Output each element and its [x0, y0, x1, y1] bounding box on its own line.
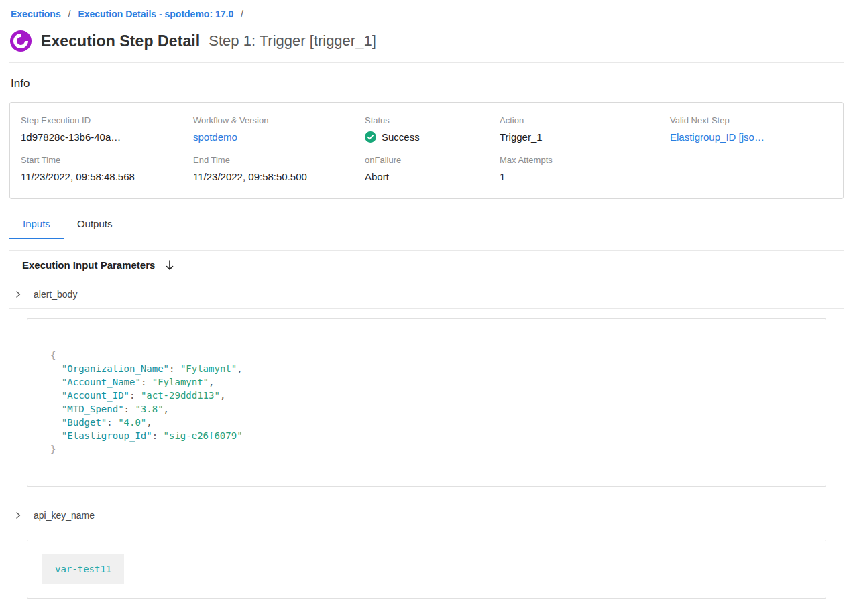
- page-header: Execution Step Detail Step 1: Trigger [t…: [9, 26, 844, 62]
- info-field-status: StatusSuccess: [365, 115, 500, 143]
- param-content-alert-body: { "Organization_Name": "Fylamynt", "Acco…: [27, 318, 826, 487]
- breadcrumb-separator: /: [241, 9, 243, 19]
- json-token: "Organization_Name": [62, 363, 169, 374]
- info-field-action: ActionTrigger_1: [500, 115, 670, 143]
- status-badge: Success: [365, 131, 500, 143]
- page-title: Execution Step Detail: [41, 32, 200, 50]
- param-item-api-key-value: api_key_value: [9, 613, 844, 616]
- json-token: "MTD_Spend": [62, 404, 124, 414]
- json-token: }: [50, 444, 56, 454]
- json-token: :: [152, 430, 164, 441]
- json-viewer: { "Organization_Name": "Fylamynt", "Acco…: [50, 349, 803, 456]
- info-field-label: Step Execution ID: [21, 115, 193, 125]
- param-item-api-key-name: api_key_namevar-test11: [9, 501, 844, 613]
- page-subtitle: Step 1: Trigger [trigger_1]: [209, 32, 376, 50]
- chevron-right-icon: [14, 290, 22, 298]
- param-value-chip: var-test11: [42, 554, 124, 584]
- info-field-value-link[interactable]: Elastigroup_ID [jso…: [670, 131, 764, 143]
- info-field-label: Status: [365, 115, 500, 125]
- info-field-label: Valid Next Step: [670, 115, 832, 125]
- info-field-valid-next-step: Valid Next StepElastigroup_ID [jso…: [670, 115, 832, 143]
- fylamynt-logo-icon: [9, 29, 32, 52]
- breadcrumb-separator: /: [68, 9, 71, 19]
- param-item-alert-body: alert_body{ "Organization_Name": "Fylamy…: [9, 280, 844, 501]
- status-text: Success: [382, 131, 420, 143]
- info-field-value: 1d97828c-13b6-40a…: [21, 131, 193, 143]
- info-field-end-time: End Time11/23/2022, 09:58:50.500: [193, 155, 365, 182]
- tab-outputs[interactable]: Outputs: [64, 211, 126, 239]
- json-token: "Fylamynt": [180, 363, 237, 374]
- parameters-list: alert_body{ "Organization_Name": "Fylamy…: [9, 280, 844, 616]
- info-field-value: Trigger_1: [500, 131, 670, 143]
- arrow-down-icon[interactable]: [165, 260, 174, 271]
- param-toggle-api-key-name[interactable]: api_key_name: [9, 501, 844, 530]
- json-token: :: [169, 363, 180, 374]
- info-grid: Step Execution ID1d97828c-13b6-40a…Workf…: [21, 115, 832, 182]
- json-token: ,: [164, 404, 169, 414]
- param-toggle-alert-body[interactable]: alert_body: [9, 280, 844, 309]
- json-token: :: [107, 417, 118, 428]
- breadcrumb-link-execution-details[interactable]: Execution Details - spotdemo: 17.0: [78, 9, 233, 19]
- tab-inputs[interactable]: Inputs: [9, 211, 64, 239]
- json-token: :: [129, 390, 141, 401]
- info-field-label: Max Attempts: [500, 155, 670, 165]
- json-token: "Fylamynt": [152, 377, 209, 387]
- info-field-value: 11/23/2022, 09:58:50.500: [193, 171, 365, 182]
- info-section-title: Info: [9, 63, 844, 102]
- params-header: Execution Input Parameters: [9, 250, 844, 280]
- params-title-text: Execution Input Parameters: [22, 259, 155, 271]
- info-field-label: Start Time: [21, 155, 193, 165]
- execution-step-detail-page: Executions / Execution Details - spotdem…: [0, 0, 853, 616]
- json-token: :: [124, 404, 135, 414]
- info-field-max-attempts: Max Attempts1: [500, 155, 670, 182]
- info-field-label: End Time: [193, 155, 365, 165]
- info-field-label: Action: [500, 115, 670, 125]
- json-token: ,: [220, 390, 225, 401]
- json-token: ,: [146, 417, 152, 428]
- info-field-label: onFailure: [365, 155, 500, 165]
- info-field-value: 11/23/2022, 09:58:48.568: [21, 171, 193, 182]
- info-field-workflow-version: Workflow & Versionspotdemo: [193, 115, 365, 143]
- info-field-value: 1: [500, 171, 670, 182]
- info-field-value: Abort: [365, 171, 500, 182]
- json-token: {: [50, 350, 56, 361]
- param-toggle-api-key-value[interactable]: api_key_value: [9, 613, 844, 616]
- json-token: "Account_ID": [62, 390, 129, 401]
- json-token: "sig-e26f6079": [164, 430, 243, 441]
- json-token: ,: [237, 363, 242, 374]
- breadcrumb-link-executions[interactable]: Executions: [11, 9, 61, 19]
- json-token: :: [141, 377, 152, 387]
- json-token: "act-29ddd113": [141, 390, 220, 401]
- info-field-onfailure: onFailureAbort: [365, 155, 500, 182]
- json-token: ,: [209, 377, 214, 387]
- info-field-start-time: Start Time11/23/2022, 09:58:48.568: [21, 155, 193, 182]
- json-token: "Budget": [62, 417, 107, 428]
- param-name: alert_body: [34, 289, 77, 300]
- param-content-api-key-name: var-test11: [27, 540, 826, 599]
- info-field-step-execution-id: Step Execution ID1d97828c-13b6-40a…: [21, 115, 193, 143]
- breadcrumb: Executions / Execution Details - spotdem…: [9, 0, 844, 26]
- json-token: "Elastigroup_Id": [62, 430, 152, 441]
- info-field-label: Workflow & Version: [193, 115, 365, 125]
- param-name: api_key_name: [34, 510, 95, 521]
- chevron-right-icon: [14, 511, 22, 519]
- json-token: "3.8": [135, 404, 163, 414]
- info-field-value-link[interactable]: spotdemo: [193, 131, 237, 143]
- info-card: Step Execution ID1d97828c-13b6-40a…Workf…: [9, 102, 844, 199]
- tabs: InputsOutputs: [9, 211, 844, 239]
- json-token: "4.0": [118, 417, 146, 428]
- success-check-icon: [365, 131, 376, 143]
- json-token: "Account_Name": [62, 377, 141, 387]
